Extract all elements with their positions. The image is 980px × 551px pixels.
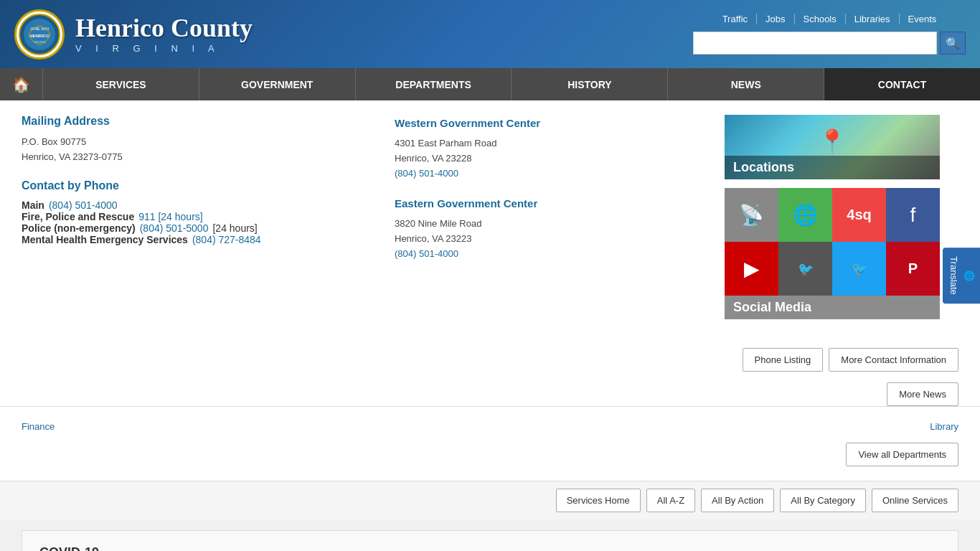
locations-label: Locations (725, 156, 940, 179)
mailing-address-title: Mailing Address (22, 115, 380, 128)
social-media-card: 📡 🌐 4sq f ▶ 🐦 🐦 P Social Media (725, 188, 940, 319)
rss-icon[interactable]: 📡 (725, 188, 778, 242)
eastern-addr2: Henrico, VA 23223 (395, 232, 710, 247)
services-bar: Services Home All A-Z All By Action All … (0, 481, 980, 519)
western-center-link[interactable]: Western Government Center (395, 115, 710, 132)
nav-news[interactable]: NEWS (668, 68, 824, 100)
globe-icon[interactable]: 🌐 (778, 188, 832, 242)
nav-home[interactable]: 🏠 (0, 68, 43, 100)
eastern-center-block: Eastern Government Center 3820 Nine Mile… (395, 195, 710, 261)
news-section: More News (0, 379, 980, 406)
events-link[interactable]: Events (900, 14, 946, 24)
svg-text:VIRGINIA: VIRGINIA (33, 40, 46, 44)
western-addr2: Henrico, VA 23228 (395, 151, 710, 166)
contact-section: Mailing Address P.O. Box 90775 Henrico, … (0, 100, 980, 341)
libraries-link[interactable]: Libraries (846, 14, 900, 24)
jobs-link[interactable]: Jobs (757, 14, 794, 24)
traffic-link[interactable]: Traffic (714, 14, 757, 24)
fire-phone-label: Fire, Police and Rescue (22, 211, 134, 222)
phone-section-title: Contact by Phone (22, 179, 380, 192)
fire-phone-value: 911 [24 hours] (138, 211, 203, 222)
police-phone-link[interactable]: (804) 501-5000 (140, 222, 209, 234)
covid-title: COVID-19 (39, 545, 941, 551)
main-navigation: 🏠 SERVICES GOVERNMENT DEPARTMENTS HISTOR… (0, 68, 980, 100)
finance-link[interactable]: Finance (22, 421, 55, 432)
nav-government[interactable]: GOVERNMENT (199, 68, 356, 100)
eastern-center-link[interactable]: Eastern Government Center (395, 195, 710, 212)
translate-label: Translate (948, 256, 959, 295)
main-phone-link[interactable]: (804) 501-4000 (49, 199, 118, 211)
all-by-action-button[interactable]: All By Action (701, 489, 774, 512)
western-center-block: Western Government Center 4301 East Parh… (395, 115, 710, 181)
search-icon: 🔍 (946, 37, 960, 50)
state-name: V I R G I N I A (75, 43, 253, 54)
mailing-address-block: P.O. Box 90775 Henrico, VA 23273-0775 (22, 135, 380, 165)
search-bar: 🔍 (693, 32, 966, 55)
logo-seal: JUNE 1634 HENRICO VIRGINIA (14, 9, 65, 60)
services-home-button[interactable]: Services Home (556, 489, 641, 512)
nav-departments[interactable]: DEPARTMENTS (356, 68, 512, 100)
mental-health-phone[interactable]: (804) 727-8484 (192, 234, 261, 245)
map-pin-icon: 📍 (818, 128, 847, 155)
county-name: Henrico County (75, 14, 253, 43)
logo-text-block: Henrico County V I R G I N I A (75, 14, 253, 54)
online-services-button[interactable]: Online Services (872, 489, 958, 512)
pinterest-icon[interactable]: P (886, 242, 940, 296)
police-hours: [24 hours] (212, 222, 257, 234)
search-input[interactable] (693, 32, 937, 55)
mailing-line1: P.O. Box 90775 (22, 135, 380, 150)
phone-listing-button[interactable]: Phone Listing (743, 348, 824, 372)
mailing-line2: Henrico, VA 23273-0775 (22, 150, 380, 165)
library-link[interactable]: Library (930, 421, 958, 432)
page-header: JUNE 1634 HENRICO VIRGINIA Henrico Count… (0, 0, 980, 68)
main-phone-label: Main (22, 199, 44, 211)
contact-sidebar: 📍 Locations 📡 🌐 4sq f ▶ 🐦 🐦 P Social Med… (725, 115, 940, 319)
all-az-button[interactable]: All A-Z (646, 489, 695, 512)
nav-contact[interactable]: CONTACT (824, 68, 980, 100)
western-addr1: 4301 East Parham Road (395, 136, 710, 151)
eastern-addr1: 3820 Nine Mile Road (395, 217, 710, 232)
western-phone[interactable]: (804) 501-4000 (395, 168, 458, 179)
utility-links: Traffic Jobs Schools Libraries Events (714, 14, 946, 24)
eastern-phone[interactable]: (804) 501-4000 (395, 248, 458, 259)
logo-area: JUNE 1634 HENRICO VIRGINIA Henrico Count… (14, 9, 253, 60)
foursquare-icon[interactable]: 4sq (832, 188, 886, 242)
twitter2-icon[interactable]: 🐦 (832, 242, 886, 296)
police-phone-label: Police (non-emergency) (22, 222, 136, 234)
mental-health-row: Mental Health Emergency Services (804) 7… (22, 234, 380, 245)
translate-button[interactable]: 🌐 Translate (943, 248, 980, 303)
social-icon-grid: 📡 🌐 4sq f ▶ 🐦 🐦 P (725, 188, 940, 296)
covid-section: COVID-19 Effective February 28, 2022, fa… (22, 530, 958, 551)
search-button[interactable]: 🔍 (940, 32, 966, 55)
contact-footer: Phone Listing More Contact Information (0, 341, 980, 379)
fire-phone-row: Fire, Police and Rescue 911 [24 hours] (22, 211, 380, 222)
svg-text:HENRICO: HENRICO (29, 34, 50, 38)
schools-link[interactable]: Schools (795, 14, 846, 24)
contact-right-column: Western Government Center 4301 East Parh… (395, 115, 710, 319)
mental-health-label: Mental Health Emergency Services (22, 234, 188, 245)
view-all-departments-button[interactable]: View all Departments (846, 443, 958, 466)
facebook-icon[interactable]: f (886, 188, 940, 242)
view-all-container: View all Departments (22, 439, 958, 474)
contact-left-column: Mailing Address P.O. Box 90775 Henrico, … (22, 115, 380, 319)
more-news-button[interactable]: More News (887, 382, 958, 406)
more-contact-button[interactable]: More Contact Information (829, 348, 958, 372)
department-links: Finance Library (22, 414, 958, 439)
all-by-category-button[interactable]: All By Category (780, 489, 866, 512)
locations-card[interactable]: 📍 Locations (725, 115, 940, 179)
social-media-label: Social Media (725, 296, 940, 319)
top-navigation: Traffic Jobs Schools Libraries Events 🔍 (693, 14, 966, 55)
nav-history[interactable]: HISTORY (512, 68, 668, 100)
translate-icon: 🌐 (963, 270, 974, 281)
twitter-icon[interactable]: 🐦 (778, 242, 832, 296)
departments-section: Finance Library View all Departments (0, 406, 980, 481)
youtube-icon[interactable]: ▶ (725, 242, 778, 296)
main-phone-row: Main (804) 501-4000 (22, 199, 380, 211)
home-icon: 🏠 (12, 76, 30, 93)
police-phone-row: Police (non-emergency) (804) 501-5000 [2… (22, 222, 380, 234)
nav-services[interactable]: SERVICES (43, 68, 199, 100)
